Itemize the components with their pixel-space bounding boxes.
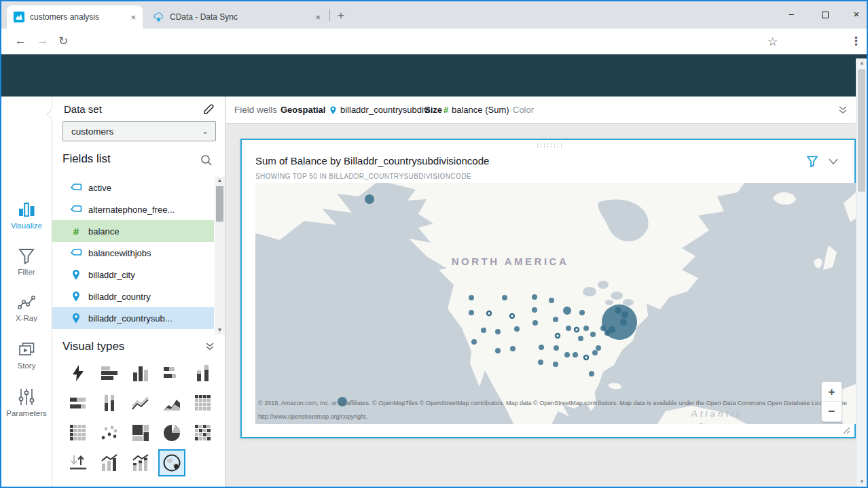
forward-icon[interactable]: → <box>37 34 48 48</box>
geospatial-map-visual[interactable]: NORTH AMERICA Atlantic Ocean © 2018, Ama… <box>255 183 856 424</box>
boolean-field-icon <box>69 183 83 192</box>
visual-type-combo-stacked-bar-line[interactable] <box>129 451 152 474</box>
visual-types-heading: Visual types <box>62 340 124 353</box>
field-row-billaddr-city[interactable]: billaddr_city <box>52 264 214 285</box>
new-tab-button[interactable]: + <box>333 8 349 24</box>
refresh-icon[interactable]: ↻ <box>58 34 68 48</box>
rail-item-filter[interactable]: Filter <box>1 247 52 276</box>
field-label: billaddr_country <box>88 292 151 302</box>
scroll-up-icon[interactable]: ▲ <box>856 58 867 68</box>
geospatial-well-value[interactable]: billaddr_countrysubdivi... <box>340 105 437 115</box>
visual-filter-icon[interactable] <box>807 156 818 167</box>
scrollbar-thumb[interactable] <box>216 186 223 222</box>
measure-hash-icon: # <box>444 105 448 115</box>
scroll-up-icon[interactable]: ▲ <box>215 177 225 185</box>
boolean-field-icon <box>69 248 83 258</box>
tab-title: customers analysis <box>30 12 124 22</box>
size-well-value[interactable]: balance (Sum) <box>452 105 509 115</box>
visual-type-pie-chart[interactable] <box>160 421 183 445</box>
window-maximize-button[interactable] <box>810 1 841 27</box>
map-attribution-line1: © 2018, Amazon.com, Inc. or its affiliat… <box>258 400 847 406</box>
field-row-billaddr-countrysub[interactable]: billaddr_countrysub... <box>52 307 214 329</box>
visual-type-table[interactable] <box>192 391 215 415</box>
tab-close-icon[interactable]: × <box>315 12 321 22</box>
rail-item-parameters[interactable]: Parameters <box>1 387 52 417</box>
tab-close-icon[interactable]: × <box>130 12 136 22</box>
color-well-label[interactable]: Color <box>513 105 534 115</box>
atlantic-label: Atlantic <box>663 407 772 420</box>
field-row-alternatephone[interactable]: alternatephone_free... <box>52 198 214 220</box>
visual-type-heat-map[interactable] <box>192 421 215 445</box>
visual-card[interactable]: Sum of Balance by Billaddr_countrysubdiv… <box>240 139 856 438</box>
ocean-label: Atlantic Ocean <box>663 407 772 424</box>
field-row-billaddr-country[interactable]: billaddr_country <box>52 285 214 307</box>
field-row-active[interactable]: active <box>52 177 214 198</box>
tab-divider <box>329 9 330 21</box>
ocean-label-line2: Ocean <box>663 420 772 424</box>
chrome-menu-icon[interactable]: ⋮ <box>850 34 862 48</box>
field-wells-bar[interactable]: Field wells Geospatial billaddr_countrys… <box>226 97 857 124</box>
visual-type-line-chart[interactable] <box>129 391 152 415</box>
field-label: balance <box>88 226 120 237</box>
field-wells-label: Field wells <box>234 105 277 115</box>
rail-item-story[interactable]: Story <box>1 341 52 370</box>
visual-type-vertical-100-stacked-bar[interactable] <box>98 391 121 415</box>
zoom-out-button[interactable]: − <box>822 402 842 421</box>
data-panel: Data set customers ⌄ Fields list active … <box>52 97 225 488</box>
visual-type-area-line-chart[interactable] <box>160 391 183 415</box>
window-minimize-button[interactable]: – <box>776 1 807 27</box>
visual-subtitle: SHOWING TOP 50 IN BILLADDR_COUNTRYSUBDIV… <box>255 173 471 180</box>
visual-type-horizontal-bar[interactable] <box>98 362 121 385</box>
page-scrollbar[interactable]: ▲ ▼ <box>856 58 867 487</box>
dataset-value: customers <box>71 126 202 137</box>
geo-pin-icon <box>69 313 83 324</box>
bookmark-star-icon[interactable]: ☆ <box>767 35 778 49</box>
tab-customers-analysis[interactable]: customers analysis × <box>7 5 143 29</box>
visual-type-pivot-table[interactable] <box>67 421 90 445</box>
map-region-label: NORTH AMERICA <box>446 253 575 270</box>
window-close-button[interactable]: × <box>841 1 868 27</box>
rail-item-visualize[interactable]: Visualize <box>1 200 52 230</box>
map-canvas <box>255 183 856 424</box>
field-label: balancewithjobs <box>88 248 151 258</box>
collapse-double-chevron-icon[interactable] <box>204 341 215 352</box>
left-rail: Visualize Filter X-Ray Story Parameters <box>1 97 52 488</box>
field-row-balancewithjobs[interactable]: balancewithjobs <box>52 242 214 264</box>
resize-handle[interactable] <box>842 425 850 434</box>
field-label: billaddr_countrysub... <box>88 313 173 324</box>
visual-type-scatter-plot[interactable] <box>98 421 121 445</box>
visual-type-horizontal-stacked-bar[interactable] <box>160 362 183 385</box>
visual-type-geospatial-map[interactable] <box>158 449 185 476</box>
visual-type-auto-graph[interactable] <box>67 362 90 385</box>
field-label: alternatephone_free... <box>88 205 175 215</box>
scrollbar-thumb[interactable] <box>858 69 865 192</box>
zoom-in-button[interactable]: + <box>822 382 842 402</box>
boolean-field-icon <box>69 205 83 214</box>
visual-type-tree-map[interactable] <box>129 421 152 445</box>
field-row-balance[interactable]: # balance <box>52 220 214 242</box>
back-icon[interactable]: ← <box>15 34 26 48</box>
tab-cdata-data-sync[interactable]: CData - Data Sync × <box>147 5 327 29</box>
visual-menu-chevron-icon[interactable] <box>829 158 838 165</box>
visual-type-combo-bar-line[interactable] <box>98 451 121 474</box>
scroll-down-icon[interactable]: ▼ <box>215 326 225 334</box>
visual-type-export-kpi[interactable] <box>67 451 90 474</box>
drag-handle[interactable] <box>536 143 562 148</box>
browser-toolbar: ← → ↻ https://us-east-1.quicksight.aws.a… <box>1 29 867 54</box>
field-label: active <box>88 183 111 193</box>
fields-scrollbar[interactable]: ▲ ▼ <box>215 177 225 334</box>
visual-type-vertical-bar[interactable] <box>129 362 152 385</box>
scroll-down-icon[interactable]: ▼ <box>856 477 867 487</box>
visual-type-vertical-stacked-bar[interactable] <box>192 362 215 385</box>
map-attribution-line2[interactable]: http://www.openstreetmap.org/copyright. <box>258 413 367 420</box>
rail-item-xray[interactable]: X-Ray <box>1 295 52 322</box>
size-well-label: Size <box>424 105 442 115</box>
rail-label: Story <box>18 362 36 370</box>
search-icon[interactable] <box>200 154 213 167</box>
edit-pencil-icon[interactable] <box>203 103 215 115</box>
visualize-icon <box>17 200 36 219</box>
fields-list-heading: Fields list <box>62 152 111 166</box>
visual-type-horizontal-100-stacked-bar[interactable] <box>67 391 90 415</box>
expand-double-chevron-icon[interactable] <box>837 105 848 116</box>
dataset-select[interactable]: customers ⌄ <box>62 121 216 141</box>
